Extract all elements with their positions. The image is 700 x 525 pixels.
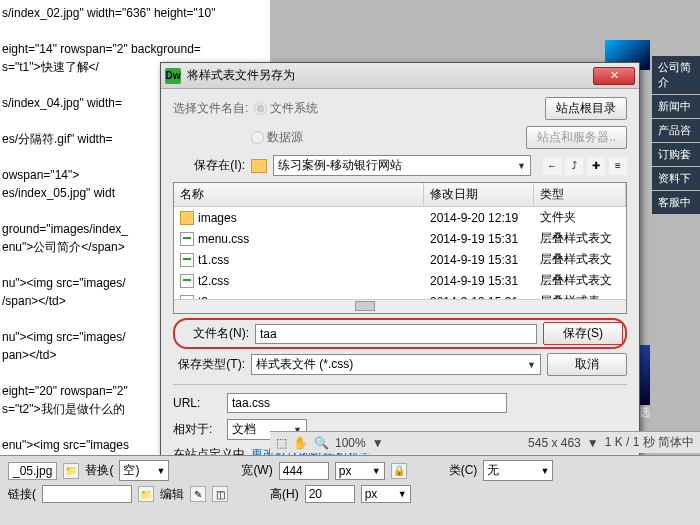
relative-label: 相对于:	[173, 421, 221, 438]
link-input[interactable]	[42, 485, 132, 503]
radio-datasource: 数据源	[251, 129, 303, 146]
canvas-dims: 545 x 463	[528, 436, 581, 450]
folder-icon	[180, 211, 194, 225]
link-label: 链接(	[8, 486, 36, 503]
perf-info: 1 K / 1 秒 简体中	[605, 434, 694, 451]
close-button[interactable]: ✕	[593, 67, 635, 85]
height-label: 高(H)	[270, 486, 299, 503]
folder-dropdown[interactable]: 练习案例-移动银行网站▼	[273, 155, 531, 176]
dialog-titlebar[interactable]: Dw 将样式表文件另存为 ✕	[161, 63, 639, 89]
nav-item[interactable]: 公司简介	[652, 56, 700, 94]
edit-label: 编辑	[160, 486, 184, 503]
url-input[interactable]	[227, 393, 507, 413]
nav-item[interactable]: 客服中	[652, 191, 700, 214]
css-file-icon	[180, 274, 194, 288]
file-row[interactable]: t2.css2014-9-19 15:31层叠样式表文	[174, 270, 626, 291]
nav-item[interactable]: 产品咨	[652, 119, 700, 142]
zoom-icon[interactable]: 🔍	[314, 436, 329, 450]
dreamweaver-icon: Dw	[165, 68, 181, 84]
file-tab[interactable]: _05.jpg	[8, 462, 57, 480]
horizontal-scrollbar[interactable]	[174, 299, 626, 313]
width-label: 宽(W)	[241, 462, 272, 479]
replace-dropdown[interactable]: 空)▼	[119, 460, 169, 481]
save-button[interactable]: 保存(S)	[543, 322, 623, 345]
back-icon[interactable]: ←	[543, 157, 561, 175]
browse-icon[interactable]: 📁	[138, 486, 154, 502]
file-row[interactable]: menu.css2014-9-19 15:31层叠样式表文	[174, 228, 626, 249]
file-list[interactable]: 名称 修改日期 类型 images2014-9-20 12:19文件夹menu.…	[173, 182, 627, 314]
nav-item[interactable]: 订购套	[652, 143, 700, 166]
filename-callout: 文件名(N): 保存(S)	[173, 318, 627, 349]
hand-icon[interactable]: ✋	[293, 436, 308, 450]
filename-input[interactable]	[255, 324, 537, 344]
zoom-value[interactable]: 100%	[335, 436, 366, 450]
folder-icon	[251, 159, 267, 173]
new-folder-icon[interactable]: ✚	[587, 157, 605, 175]
site-nav: 公司简介新闻中产品咨订购套资料下客服中	[652, 56, 700, 215]
nav-item[interactable]: 新闻中	[652, 95, 700, 118]
col-type[interactable]: 类型	[534, 183, 626, 206]
savetype-dropdown[interactable]: 样式表文件 (*.css)▼	[251, 354, 541, 375]
height-input[interactable]	[305, 485, 355, 503]
lock-icon[interactable]: 🔒	[391, 463, 407, 479]
savetype-label: 保存类型(T):	[173, 356, 245, 373]
dialog-title: 将样式表文件另存为	[187, 67, 593, 84]
crop-icon[interactable]: ◫	[212, 486, 228, 502]
nav-item[interactable]: 资料下	[652, 167, 700, 190]
height-unit[interactable]: px▼	[361, 485, 411, 503]
width-input[interactable]	[279, 462, 329, 480]
chevron-down-icon: ▼	[527, 360, 536, 370]
site-root-button[interactable]: 站点根目录	[545, 97, 627, 120]
width-unit[interactable]: px▼	[335, 462, 385, 480]
status-bar: ⬚ ✋ 🔍 100% ▼ 545 x 463 ▼ 1 K / 1 秒 简体中	[270, 431, 700, 453]
radio-filesystem[interactable]: 文件系统	[254, 100, 318, 117]
class-dropdown[interactable]: 无▼	[483, 460, 553, 481]
view-menu-icon[interactable]: ≡	[609, 157, 627, 175]
css-file-icon	[180, 232, 194, 246]
select-from-label: 选择文件名自:	[173, 100, 248, 117]
chevron-down-icon: ▼	[517, 161, 526, 171]
class-label: 类(C)	[449, 462, 478, 479]
save-as-dialog: Dw 将样式表文件另存为 ✕ 选择文件名自: 文件系统 站点根目录 数据源 站点…	[160, 62, 640, 480]
up-icon[interactable]: ⤴	[565, 157, 583, 175]
site-server-button[interactable]: 站点和服务器..	[526, 126, 627, 149]
save-in-label: 保存在(I):	[173, 157, 245, 174]
folder-open-icon[interactable]: 📁	[63, 463, 79, 479]
replace-label: 替换(	[85, 462, 113, 479]
file-row[interactable]: t1.css2014-9-19 15:31层叠样式表文	[174, 249, 626, 270]
col-date[interactable]: 修改日期	[424, 183, 534, 206]
file-row[interactable]: t3.css2014-9-19 15:31层叠样式表	[174, 291, 626, 299]
cancel-button[interactable]: 取消	[547, 353, 627, 376]
filename-label: 文件名(N):	[177, 325, 249, 342]
file-row[interactable]: images2014-9-20 12:19文件夹	[174, 207, 626, 228]
cursor-icon[interactable]: ⬚	[276, 436, 287, 450]
url-label: URL:	[173, 396, 221, 410]
css-file-icon	[180, 253, 194, 267]
edit-icon[interactable]: ✎	[190, 486, 206, 502]
properties-panel: _05.jpg 📁 替换( 空)▼ 宽(W) px▼ 🔒 类(C) 无▼ 链接(…	[0, 455, 700, 525]
col-name[interactable]: 名称	[174, 183, 424, 206]
